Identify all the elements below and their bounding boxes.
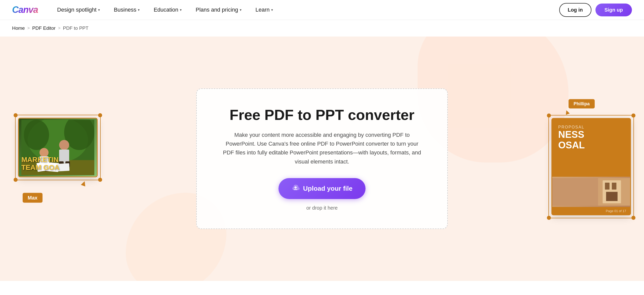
svg-rect-21 (606, 192, 618, 201)
login-button[interactable]: Log in (559, 3, 591, 17)
right-name-badge: Phillipa (569, 99, 595, 109)
upload-cloud-icon (292, 184, 300, 192)
left-name-badge: Max (23, 193, 43, 203)
upload-button[interactable]: Upload your file (278, 178, 366, 199)
nav-label: Education (154, 7, 178, 13)
header: Canva Design spotlight ▾ Business ▾ Educ… (0, 0, 644, 20)
svg-point-9 (59, 140, 69, 150)
upload-icon (292, 184, 300, 193)
chevron-down-icon: ▾ (138, 8, 140, 12)
svg-rect-19 (605, 183, 610, 189)
canva-logo[interactable]: Canva (12, 5, 38, 15)
right-slide-image-illustration (552, 177, 630, 207)
header-actions: Log in Sign up (559, 3, 632, 17)
left-slide-text-overlay: MARKETIN TEAM GOA (21, 156, 94, 172)
chevron-down-icon: ▾ (271, 8, 273, 12)
right-slide-title: NESS OSAL (558, 129, 624, 151)
nav-label: Plans and pricing (196, 7, 238, 13)
logo-text: Canva (12, 5, 38, 15)
svg-rect-20 (612, 183, 616, 189)
right-slide-title-line2: OSAL (558, 140, 624, 150)
corner-dot-bl (14, 178, 18, 182)
left-slide-title-line1: MARKETIN (21, 156, 94, 164)
chevron-down-icon: ▾ (98, 8, 100, 12)
right-slide-frame: PROPOSAL NESS OSAL (551, 118, 631, 215)
right-slide-title-line1: NESS (558, 129, 624, 140)
converter-card: Free PDF to PPT converter Make your cont… (196, 88, 448, 229)
corner-dot-br (98, 178, 102, 182)
nav-label: Learn (256, 7, 270, 13)
breadcrumb-home[interactable]: Home (12, 25, 25, 31)
corner-dot-tr (98, 113, 102, 117)
hero-section: MARKETIN TEAM GOA ▲ Max Free PDF to PPT … (0, 37, 644, 281)
nav-learn[interactable]: Learn ▾ (249, 0, 280, 20)
breadcrumb: Home > PDF Editor > PDF to PPT (0, 20, 644, 37)
right-slide-proposal-label: PROPOSAL (558, 125, 624, 129)
svg-point-2 (24, 120, 49, 150)
left-slide-frame: MARKETIN TEAM GOA (18, 118, 98, 177)
upload-button-label: Upload your file (303, 185, 352, 192)
nav-business[interactable]: Business ▾ (107, 0, 147, 20)
nav-plans-pricing[interactable]: Plans and pricing ▾ (189, 0, 249, 20)
chevron-down-icon: ▾ (240, 8, 242, 12)
breadcrumb-pdf-editor[interactable]: PDF Editor (32, 25, 56, 31)
right-slide-preview: Phillipa ▲ PROPOSAL NESS OSAL (548, 99, 634, 218)
chevron-down-icon: ▾ (180, 8, 182, 12)
corner-dot-right-bl (547, 216, 551, 220)
corner-dot-right-br (631, 216, 635, 220)
nav-design-spotlight[interactable]: Design spotlight ▾ (50, 0, 107, 20)
left-slide-title-line2: TEAM GOA (21, 164, 94, 172)
right-slide-content: PROPOSAL NESS OSAL (552, 119, 630, 177)
corner-dot-right-tr (631, 114, 635, 118)
right-slide-image (552, 177, 630, 207)
left-slide-image: MARKETIN TEAM GOA (19, 119, 97, 177)
breadcrumb-current: PDF to PPT (63, 25, 88, 31)
converter-title: Free PDF to PPT converter (217, 107, 427, 123)
corner-dot-tl (14, 113, 18, 117)
signup-button[interactable]: Sign up (595, 4, 632, 16)
breadcrumb-sep-2: > (58, 26, 60, 30)
nav-education[interactable]: Education ▾ (147, 0, 189, 20)
converter-description: Make your content more accessible and en… (221, 130, 423, 166)
drop-text: or drop it here (217, 205, 427, 211)
main-nav: Design spotlight ▾ Business ▾ Education … (50, 0, 559, 20)
left-slide-preview: MARKETIN TEAM GOA ▲ Max (15, 115, 101, 203)
nav-label: Business (114, 7, 136, 13)
right-slide-page: Page 01 of 17 (606, 209, 626, 213)
nav-label: Design spotlight (57, 7, 97, 13)
corner-dot-right-tl (547, 114, 551, 118)
breadcrumb-sep-1: > (27, 26, 30, 30)
